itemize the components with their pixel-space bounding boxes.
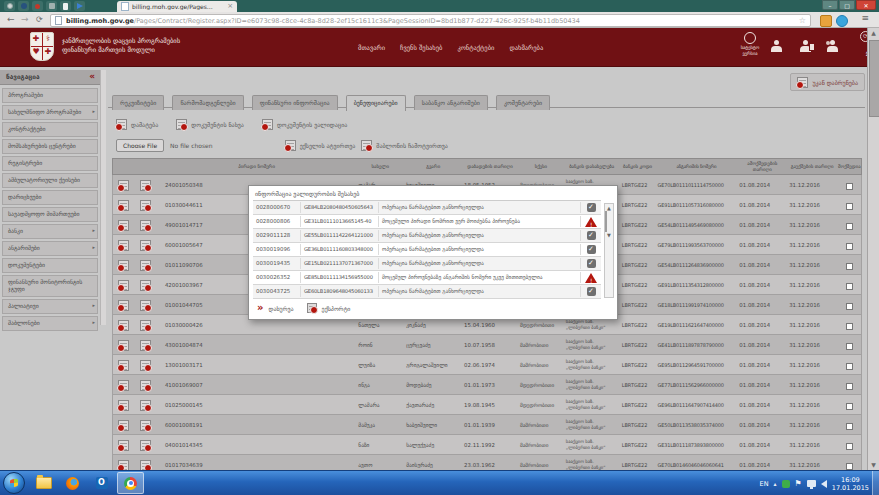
sidebar-item[interactable]: პალიატივი ▸ <box>2 299 98 314</box>
validate-row-icon[interactable] <box>140 260 151 271</box>
validate-row-icon[interactable] <box>140 360 151 371</box>
validate-document-button[interactable]: დოკუმენტის ვალიდაცია <box>262 119 347 130</box>
clock[interactable]: 16:09 17.01.2015 <box>832 476 869 492</box>
start-button[interactable] <box>3 472 25 494</box>
edit-row-icon[interactable] <box>118 200 129 211</box>
add-button[interactable]: დამატება <box>116 119 158 130</box>
header-nav-item[interactable]: დახმარება <box>509 44 543 52</box>
edit-row-icon[interactable] <box>118 460 129 470</box>
bookmark-star-icon[interactable]: ☆ <box>799 16 806 25</box>
edit-row-icon[interactable] <box>118 260 129 271</box>
back-icon[interactable]: ← <box>7 14 15 25</box>
export-button[interactable]: ექსპორტი <box>322 305 351 312</box>
scrollbar-thumb[interactable] <box>605 211 607 232</box>
sidebar-item[interactable]: ფინანსური მონიტორინგის ჯგუფი <box>2 275 98 297</box>
network-icon[interactable] <box>807 480 816 487</box>
page-scrollbar[interactable]: ▲ ▼ <box>867 28 879 470</box>
page-tab[interactable]: ბენეფიციარები <box>346 95 406 111</box>
extension-icon[interactable] <box>820 15 832 27</box>
dialog-scrollbar[interactable]: ▲ ▼ <box>604 203 614 298</box>
active-checkbox[interactable] <box>846 403 853 410</box>
edit-row-icon[interactable] <box>118 360 129 371</box>
active-checkbox[interactable] <box>846 323 853 330</box>
sidebar-item[interactable]: მომსახურების ცენტრები <box>2 139 98 154</box>
export-excel-icon[interactable] <box>307 303 317 313</box>
window-close-button[interactable]: ✕ <box>856 0 876 10</box>
sidebar-item[interactable]: შაბლონები ▸ <box>2 316 98 331</box>
pinned-tab-favicon[interactable] <box>4 1 15 11</box>
volume-icon[interactable] <box>821 480 827 488</box>
pinned-tab-favicon[interactable] <box>60 1 71 11</box>
validate-row-icon[interactable] <box>140 460 151 470</box>
page-tab[interactable]: რეკვიზიტები <box>112 95 164 110</box>
header-nav-item[interactable]: კონტაქტები <box>457 44 494 52</box>
active-checkbox[interactable] <box>846 243 853 250</box>
validate-row-icon[interactable] <box>140 440 151 451</box>
tray-expand-icon[interactable]: ▴ <box>774 480 777 487</box>
validate-row-icon[interactable] <box>140 280 151 291</box>
outlook-taskbar-icon[interactable]: O <box>88 472 115 494</box>
validate-row-icon[interactable] <box>140 420 151 431</box>
active-browser-tab[interactable]: billing.moh.gov.ge/Pages… × <box>117 1 237 12</box>
go-back-button[interactable]: უკან დაბრუნება <box>790 73 865 91</box>
forward-icon[interactable]: → <box>21 14 29 25</box>
edit-row-icon[interactable] <box>118 220 129 231</box>
reload-icon[interactable]: ⟳ <box>36 14 43 25</box>
sidebar-item[interactable]: ბანკი ▸ <box>2 224 98 239</box>
download-template-button[interactable]: შაბლონის ჩამოტვირთვა <box>361 140 448 151</box>
sidebar-item[interactable]: ანგარიშები ▸ <box>2 241 98 256</box>
language-indicator[interactable]: EN <box>760 480 769 488</box>
user-document-icon[interactable] <box>799 40 812 53</box>
active-checkbox[interactable] <box>846 203 853 210</box>
edit-row-icon[interactable] <box>118 320 129 331</box>
pinned-tab-favicon[interactable] <box>32 1 43 11</box>
active-checkbox[interactable] <box>846 303 853 310</box>
active-checkbox[interactable] <box>846 283 853 290</box>
scrollbar-thumb[interactable] <box>869 40 879 117</box>
active-checkbox[interactable] <box>846 343 853 350</box>
sidebar-item[interactable]: კონტრაქტები <box>2 122 98 137</box>
edit-row-icon[interactable] <box>118 440 129 451</box>
active-checkbox[interactable] <box>846 263 853 270</box>
active-checkbox[interactable] <box>846 423 853 430</box>
upload-excel-button[interactable]: ექსელის ატვირთვა <box>285 140 356 151</box>
validate-row-icon[interactable] <box>140 320 151 331</box>
firefox-taskbar-icon[interactable] <box>59 472 86 494</box>
validate-row-icon[interactable] <box>140 200 151 211</box>
tray-app-icon[interactable] <box>782 480 790 488</box>
page-tab[interactable]: ფინანსური ინფორმაცია <box>252 95 338 110</box>
active-checkbox[interactable] <box>846 183 853 190</box>
edit-row-icon[interactable] <box>118 300 129 311</box>
sidebar-scrollbar[interactable] <box>100 70 106 325</box>
edit-row-icon[interactable] <box>118 420 129 431</box>
active-checkbox[interactable] <box>846 363 853 370</box>
active-checkbox[interactable] <box>846 443 853 450</box>
pinned-tab-favicon[interactable] <box>74 1 85 11</box>
active-checkbox[interactable] <box>846 383 853 390</box>
chrome-taskbar-icon[interactable] <box>117 472 144 494</box>
sidebar-item[interactable]: დარიცხვები <box>2 190 98 205</box>
validate-row-icon[interactable] <box>140 340 151 351</box>
sidebar-item[interactable]: დოკუმენტები <box>2 258 98 273</box>
close-dialog-button[interactable]: დახურვა <box>268 305 293 312</box>
user-profile-icon[interactable] <box>770 40 783 53</box>
validate-row-icon[interactable] <box>140 380 151 391</box>
page-tab[interactable]: წარმომადგენლები <box>172 95 243 110</box>
pinned-tab-favicon[interactable] <box>46 1 57 11</box>
active-checkbox[interactable] <box>846 463 853 470</box>
sidebar-item[interactable]: პროგრამები <box>2 88 98 103</box>
edit-row-icon[interactable] <box>118 180 129 191</box>
edit-row-icon[interactable] <box>118 340 129 351</box>
edit-row-icon[interactable] <box>118 280 129 291</box>
show-desktop-button[interactable] <box>872 471 879 495</box>
sidebar-item[interactable]: ამბულატორიული ქეისები <box>2 173 98 188</box>
edit-row-icon[interactable] <box>118 400 129 411</box>
header-nav-item[interactable]: ჩვენს შესახებ <box>400 44 442 52</box>
page-tab[interactable]: კომენტარები <box>496 95 550 110</box>
page-tab[interactable]: საბანკო ანგარიშები <box>414 95 488 110</box>
edit-row-icon[interactable] <box>118 240 129 251</box>
address-bar[interactable]: billing.moh.gov.ge/Pages/Contract/Regist… <box>50 14 811 27</box>
close-chevrons-icon[interactable] <box>257 303 263 313</box>
header-nav-item[interactable]: მთავარი <box>358 44 385 52</box>
tab-close-icon[interactable]: × <box>227 3 233 10</box>
